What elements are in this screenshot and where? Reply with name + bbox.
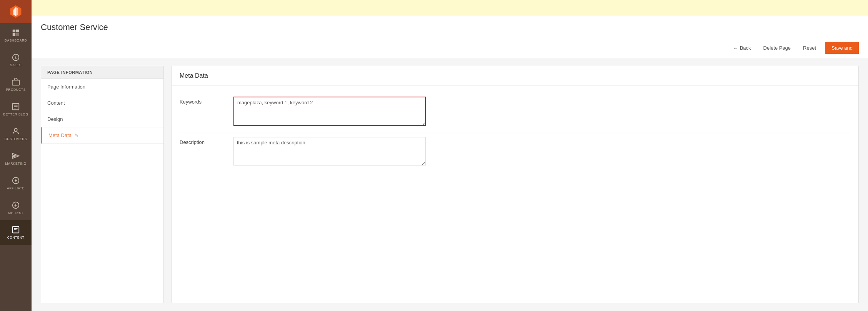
- sidebar-item-marketing[interactable]: MARKETING: [0, 146, 32, 171]
- page-title: Customer Service: [41, 22, 859, 32]
- svg-point-14: [14, 129, 17, 131]
- page-information-label: Page Information: [47, 84, 85, 90]
- left-panel-item-page-information[interactable]: Page Information: [41, 79, 163, 95]
- better-blog-icon: [12, 102, 20, 111]
- page-header: Customer Service: [32, 16, 868, 38]
- sidebar-item-mp-test[interactable]: MP TEST: [0, 196, 32, 220]
- left-panel-header: PAGE INFORMATION: [41, 66, 163, 79]
- customers-icon: [12, 127, 20, 135]
- svg-rect-9: [12, 80, 19, 85]
- sidebar-item-marketing-label: MARKETING: [5, 162, 26, 166]
- save-button[interactable]: Save and: [825, 42, 859, 54]
- design-label: Design: [47, 116, 63, 122]
- reset-button[interactable]: Reset: [800, 43, 819, 52]
- back-button[interactable]: ← Back: [730, 43, 754, 52]
- marketing-icon: [12, 152, 20, 160]
- content-icon: [12, 226, 20, 234]
- svg-rect-6: [16, 33, 19, 36]
- svg-rect-5: [13, 33, 15, 36]
- back-label: Back: [740, 45, 751, 51]
- affiliate-icon: [12, 176, 20, 185]
- products-icon: [12, 78, 20, 86]
- sidebar-item-dashboard[interactable]: DASHBOARD: [0, 23, 32, 48]
- section-title: Meta Data: [172, 66, 858, 86]
- meta-data-label: Meta Data: [48, 132, 72, 138]
- sidebar-logo[interactable]: [0, 0, 32, 23]
- edit-icon: ✎: [75, 133, 78, 138]
- svg-point-17: [15, 179, 17, 182]
- description-label: Description: [180, 137, 226, 145]
- sidebar-item-content[interactable]: CONTENT: [0, 220, 32, 245]
- keywords-label: Keywords: [180, 97, 226, 105]
- svg-text:$: $: [15, 56, 17, 60]
- keywords-textarea[interactable]: mageplaza, keyword 1, keyword 2: [233, 97, 426, 126]
- sidebar-item-better-blog-label: BETTER BLOG: [3, 112, 28, 116]
- left-panel-item-design[interactable]: Design: [41, 111, 163, 127]
- sidebar-item-sales-label: SALES: [10, 63, 22, 67]
- sidebar-item-sales[interactable]: $ SALES: [0, 48, 32, 72]
- left-panel-item-meta-data[interactable]: Meta Data ✎: [41, 127, 163, 144]
- sidebar-item-content-label: CONTENT: [7, 236, 25, 239]
- right-panel: Meta Data Keywords mageplaza, keyword 1,…: [172, 66, 859, 303]
- toolbar: ← Back Delete Page Reset Save and: [32, 38, 868, 58]
- description-textarea[interactable]: this is sample meta description: [233, 137, 426, 166]
- magento-icon: [9, 5, 23, 18]
- back-arrow-icon: ←: [733, 45, 738, 51]
- description-row: Description this is sample meta descript…: [180, 132, 851, 172]
- sales-icon: $: [12, 53, 20, 62]
- reset-label: Reset: [803, 45, 816, 51]
- sidebar-item-dashboard-label: DASHBOARD: [5, 38, 27, 42]
- main-content: Customer Service ← Back Delete Page Rese…: [32, 0, 868, 311]
- sidebar-item-products-label: PRODUCTS: [6, 88, 26, 92]
- delete-label: Delete Page: [763, 45, 791, 51]
- description-control-wrap: this is sample meta description: [233, 137, 426, 167]
- svg-rect-4: [16, 30, 19, 32]
- form-section: Keywords mageplaza, keyword 1, keyword 2…: [172, 86, 858, 178]
- mp-test-icon: [12, 201, 20, 209]
- svg-rect-3: [13, 30, 15, 32]
- sidebar-item-affiliate-label: AFFILIATE: [7, 186, 25, 190]
- sidebar-item-products[interactable]: PRODUCTS: [0, 72, 32, 97]
- keywords-control-wrap: mageplaza, keyword 1, keyword 2: [233, 97, 426, 127]
- svg-marker-2: [16, 7, 18, 16]
- sidebar-item-mp-test-label: MP TEST: [8, 211, 23, 215]
- content-area: PAGE INFORMATION Page Information Conten…: [32, 58, 868, 311]
- sidebar-item-better-blog[interactable]: BETTER BLOG: [0, 97, 32, 122]
- sidebar-item-customers-label: CUSTOMERS: [5, 137, 27, 141]
- notification-bar: [32, 0, 868, 16]
- sidebar-item-affiliate[interactable]: AFFILIATE: [0, 171, 32, 196]
- delete-page-button[interactable]: Delete Page: [760, 43, 794, 52]
- dashboard-icon: [12, 28, 20, 37]
- left-panel: PAGE INFORMATION Page Information Conten…: [41, 66, 164, 303]
- sidebar: DASHBOARD $ SALES PRODUCTS BETTER BLOG C…: [0, 0, 32, 311]
- svg-marker-15: [13, 154, 19, 159]
- save-label: Save and: [831, 45, 853, 51]
- content-label: Content: [47, 100, 65, 106]
- left-panel-item-content[interactable]: Content: [41, 95, 163, 111]
- keywords-row: Keywords mageplaza, keyword 1, keyword 2: [180, 92, 851, 132]
- sidebar-item-customers[interactable]: CUSTOMERS: [0, 122, 32, 146]
